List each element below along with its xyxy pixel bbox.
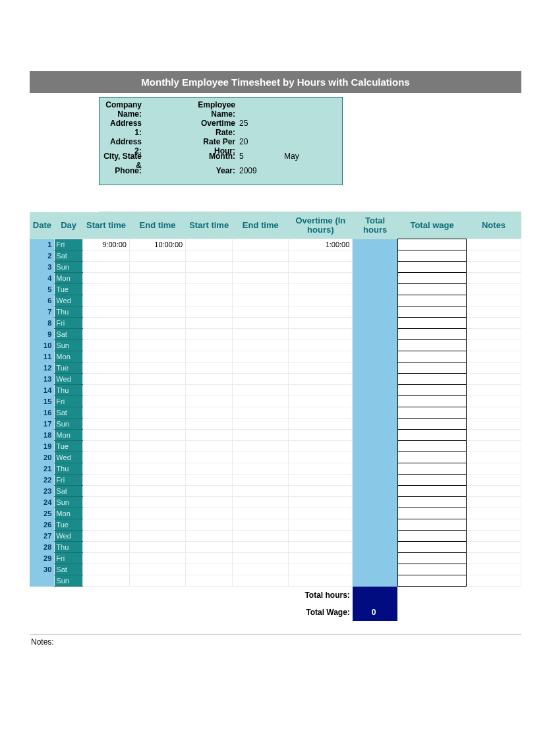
end1-cell[interactable] — [129, 262, 185, 273]
start2-cell[interactable] — [186, 239, 233, 250]
end2-cell[interactable] — [233, 407, 289, 419]
rate-value[interactable]: 20 — [238, 137, 264, 146]
end2-cell[interactable] — [233, 306, 289, 318]
start1-cell[interactable] — [82, 363, 129, 374]
overtime-cell[interactable] — [289, 396, 353, 407]
overtime-cell[interactable] — [289, 564, 353, 575]
notes-cell[interactable] — [467, 340, 521, 351]
start2-cell[interactable] — [186, 340, 233, 351]
end1-cell[interactable] — [129, 575, 185, 587]
overtime-cell[interactable] — [289, 419, 353, 430]
end1-cell[interactable] — [129, 564, 185, 575]
overtime-cell[interactable] — [289, 374, 353, 385]
overtime-value[interactable]: 25 — [238, 119, 264, 128]
overtime-cell[interactable] — [289, 463, 353, 475]
start1-cell[interactable] — [82, 329, 129, 340]
start2-cell[interactable] — [186, 475, 233, 486]
start1-cell[interactable] — [82, 553, 129, 564]
end1-cell[interactable] — [129, 553, 185, 564]
end1-cell[interactable] — [129, 396, 185, 407]
year-value[interactable]: 2009 — [238, 166, 264, 175]
start1-cell[interactable]: 9:00:00 — [82, 239, 129, 250]
start1-cell[interactable] — [82, 508, 129, 519]
start2-cell[interactable] — [186, 363, 233, 374]
end2-cell[interactable] — [233, 430, 289, 441]
end1-cell[interactable] — [129, 519, 185, 531]
start2-cell[interactable] — [186, 486, 233, 497]
end2-cell[interactable] — [233, 519, 289, 531]
start2-cell[interactable] — [186, 306, 233, 318]
overtime-cell[interactable]: 1:00:00 — [289, 239, 353, 250]
overtime-cell[interactable] — [289, 575, 353, 587]
start2-cell[interactable] — [186, 508, 233, 519]
start1-cell[interactable] — [82, 497, 129, 508]
end2-cell[interactable] — [233, 374, 289, 385]
start1-cell[interactable] — [82, 284, 129, 295]
start2-cell[interactable] — [186, 497, 233, 508]
end2-cell[interactable] — [233, 295, 289, 306]
overtime-cell[interactable] — [289, 306, 353, 318]
end2-cell[interactable] — [233, 273, 289, 284]
start1-cell[interactable] — [82, 575, 129, 587]
start2-cell[interactable] — [186, 295, 233, 306]
start1-cell[interactable] — [82, 564, 129, 575]
end1-cell[interactable] — [129, 463, 185, 475]
end2-cell[interactable] — [233, 531, 289, 542]
end2-cell[interactable] — [233, 250, 289, 262]
end1-cell[interactable] — [129, 475, 185, 486]
start2-cell[interactable] — [186, 452, 233, 463]
notes-cell[interactable] — [467, 553, 521, 564]
end2-cell[interactable] — [233, 497, 289, 508]
notes-cell[interactable] — [467, 497, 521, 508]
start1-cell[interactable] — [82, 351, 129, 363]
notes-cell[interactable] — [467, 295, 521, 306]
start2-cell[interactable] — [186, 441, 233, 452]
start2-cell[interactable] — [186, 385, 233, 396]
notes-cell[interactable] — [467, 396, 521, 407]
start1-cell[interactable] — [82, 486, 129, 497]
end2-cell[interactable] — [233, 340, 289, 351]
end2-cell[interactable] — [233, 452, 289, 463]
month-number[interactable]: 5 — [238, 152, 264, 161]
start2-cell[interactable] — [186, 553, 233, 564]
end1-cell[interactable] — [129, 441, 185, 452]
end1-cell[interactable] — [129, 486, 185, 497]
end1-cell[interactable] — [129, 340, 185, 351]
overtime-cell[interactable] — [289, 329, 353, 340]
overtime-cell[interactable] — [289, 250, 353, 262]
notes-cell[interactable] — [467, 306, 521, 318]
end1-cell[interactable] — [129, 407, 185, 419]
overtime-cell[interactable] — [289, 363, 353, 374]
end1-cell[interactable] — [129, 452, 185, 463]
end2-cell[interactable] — [233, 329, 289, 340]
overtime-cell[interactable] — [289, 508, 353, 519]
overtime-cell[interactable] — [289, 542, 353, 553]
start2-cell[interactable] — [186, 396, 233, 407]
start1-cell[interactable] — [82, 396, 129, 407]
start2-cell[interactable] — [186, 519, 233, 531]
start2-cell[interactable] — [186, 430, 233, 441]
end1-cell[interactable] — [129, 250, 185, 262]
end2-cell[interactable] — [233, 508, 289, 519]
start2-cell[interactable] — [186, 419, 233, 430]
start1-cell[interactable] — [82, 463, 129, 475]
notes-cell[interactable] — [467, 463, 521, 475]
start1-cell[interactable] — [82, 542, 129, 553]
start1-cell[interactable] — [82, 452, 129, 463]
notes-cell[interactable] — [467, 564, 521, 575]
overtime-cell[interactable] — [289, 441, 353, 452]
end1-cell[interactable] — [129, 351, 185, 363]
start2-cell[interactable] — [186, 284, 233, 295]
notes-cell[interactable] — [467, 318, 521, 329]
end2-cell[interactable] — [233, 419, 289, 430]
start1-cell[interactable] — [82, 374, 129, 385]
end1-cell[interactable] — [129, 542, 185, 553]
end1-cell[interactable] — [129, 318, 185, 329]
end1-cell[interactable] — [129, 430, 185, 441]
end2-cell[interactable] — [233, 351, 289, 363]
end2-cell[interactable] — [233, 396, 289, 407]
start1-cell[interactable] — [82, 262, 129, 273]
end2-cell[interactable] — [233, 575, 289, 587]
start2-cell[interactable] — [186, 250, 233, 262]
overtime-cell[interactable] — [289, 262, 353, 273]
